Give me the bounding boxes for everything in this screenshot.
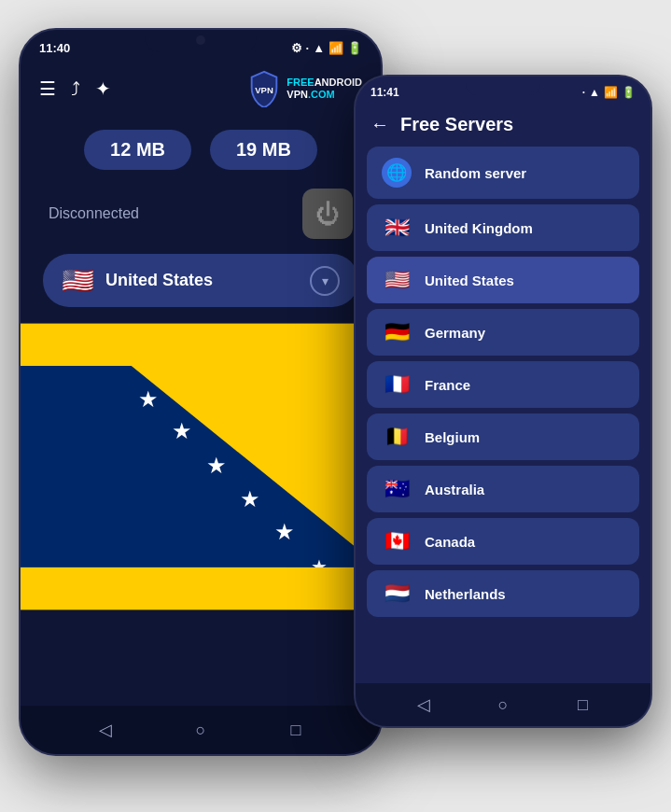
top-nav-left: ☰ ⤴ ✦ VPN FREEANDROID VPN.COM [21,63,381,115]
shield-icon: VPN [247,70,281,107]
logo-area: VPN FREEANDROID VPN.COM [247,70,362,107]
list-item[interactable]: 🇫🇷 France [367,361,639,408]
battery-icon: 🔋 [347,41,362,55]
home-button-right-nav[interactable]: ○ [493,694,513,715]
signal-icon: 📶 [329,41,343,55]
svg-text:★: ★ [274,519,295,544]
svg-text:★: ★ [206,453,227,478]
logo-text: FREEANDROID VPN.COM [287,77,362,101]
bottom-nav-right: ◁ ○ □ [356,683,650,726]
disconnected-text: Disconnected [49,205,139,222]
disconnected-section: Disconnected ⏻ [21,185,381,254]
home-button-left[interactable]: ○ [190,720,211,740]
download-pill: 12 MB [84,130,191,170]
country-name-left: United States [105,271,213,290]
upload-pill: 19 MB [210,130,317,170]
signal-icon-right: 📶 [604,86,618,99]
list-item[interactable]: 🇬🇧 United Kingdom [367,204,639,251]
camera-dot [196,35,205,45]
server-name-au: Australia [425,482,484,497]
list-item[interactable]: 🇧🇪 Belgium [367,413,639,460]
flag-au: 🇦🇺 [382,477,412,501]
logo-android: ANDROID [315,77,362,88]
phone-left-notch [145,30,257,52]
status-icons-right: · ▲ 📶 🔋 [582,86,636,99]
wifi-icon: ▲ [313,41,325,55]
server-name-de: Germany [425,325,485,341]
status-icons-left: ⚙ · ▲ 📶 🔋 [291,41,363,55]
server-name-nl: Netherlands [425,586,506,602]
flag-be: 🇧🇪 [382,425,412,449]
server-name-uk: United Kingdom [425,220,533,236]
flag-ca: 🇨🇦 [382,529,412,553]
svg-text:★: ★ [172,418,192,443]
server-name-be: Belgium [425,429,480,445]
flag-uk: 🇬🇧 [382,216,412,240]
back-button-left[interactable]: ◁ [95,720,116,740]
nav-icons-group: ☰ ⤴ ✦ [39,77,111,100]
flag-fr: 🇫🇷 [382,372,412,397]
list-item[interactable]: 🇩🇪 Germany [367,309,639,356]
data-pills: 12 MB 19 MB [21,115,381,185]
recent-button-right-nav[interactable]: □ [572,694,593,715]
bosnia-flag-svg: ★ ★ ★ ★ ★ ★ [21,322,381,611]
time-right: 11:41 [370,86,399,99]
time-left: 11:40 [39,41,70,55]
svg-rect-10 [21,567,381,610]
power-button[interactable]: ⏻ [302,189,353,239]
list-item[interactable]: 🇨🇦 Canada [367,518,639,565]
settings-icon: ⚙ [291,41,302,55]
flag-us: 🇺🇸 [382,268,412,292]
flag-display-bosnia: ★ ★ ★ ★ ★ ★ [21,322,381,611]
phone-right-notch [466,77,540,95]
logo-vpn: VPN [287,89,308,100]
svg-text:VPN: VPN [256,85,274,95]
dot-icon: · [306,41,310,55]
recent-button-left[interactable]: □ [286,720,306,740]
globe-icon: 🌐 [382,158,412,188]
logo-free: FREE [287,77,314,88]
back-button-right[interactable]: ← [370,114,389,135]
phone-left: 11:40 ⚙ · ▲ 📶 🔋 ☰ ⤴ ✦ VPN FREEANDROID VP… [19,28,383,756]
server-name-ca: Canada [425,534,475,550]
server-name-fr: France [425,377,470,393]
share-icon[interactable]: ⤴ [71,78,80,100]
server-list: 🌐 Random server 🇬🇧 United Kingdom 🇺🇸 Uni… [356,147,650,617]
back-button-right-nav[interactable]: ◁ [413,694,434,715]
svg-rect-1 [21,324,381,367]
list-item[interactable]: 🌐 Random server [367,147,639,199]
wifi-icon-right: ▲ [589,86,600,99]
header-right: ← Free Servers [356,106,650,147]
country-flag-left: 🇺🇸 [62,265,94,296]
star-icon[interactable]: ✦ [95,77,111,100]
chevron-down-icon[interactable]: ▾ [310,266,340,296]
country-selector[interactable]: 🇺🇸 United States ▾ [43,254,358,307]
phone-right: 11:41 · ▲ 📶 🔋 ← Free Servers 🌐 Random se… [354,75,652,728]
country-left: 🇺🇸 United States [62,265,213,296]
logo-domain: .COM [308,89,335,100]
battery-icon-right: 🔋 [622,86,636,99]
list-item[interactable]: 🇳🇱 Netherlands [367,570,639,617]
svg-text:★: ★ [138,386,159,412]
bottom-nav-left: ◁ ○ □ [21,706,381,754]
list-icon[interactable]: ☰ [39,77,56,100]
list-item[interactable]: 🇺🇸 United States [367,257,639,303]
free-servers-title: Free Servers [400,114,513,135]
server-name-us: United States [425,273,514,288]
flag-nl: 🇳🇱 [382,581,412,606]
svg-text:★: ★ [240,486,260,511]
dot-icon-right: · [582,86,585,99]
list-item[interactable]: 🇦🇺 Australia [367,466,639,512]
flag-de: 🇩🇪 [382,320,412,344]
server-name-random: Random server [425,165,526,181]
